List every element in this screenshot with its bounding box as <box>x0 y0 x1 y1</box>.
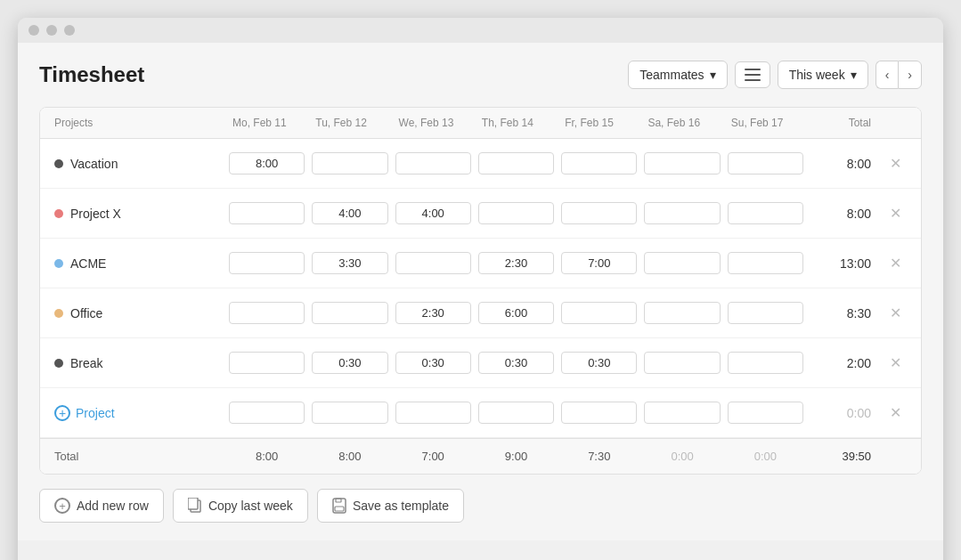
save-as-template-button[interactable]: Save as template <box>317 489 464 523</box>
teammates-label: Teammates <box>639 68 704 82</box>
office-fri[interactable] <box>561 302 637 324</box>
projectx-thu[interactable] <box>478 202 554 224</box>
traffic-light-minimize[interactable] <box>46 25 57 36</box>
add-project-row: + Project 0:00 ✕ <box>40 388 921 438</box>
col-sun: Su, Feb 17 <box>724 108 807 138</box>
acme-remove-button[interactable]: ✕ <box>890 256 901 271</box>
acme-sat[interactable] <box>644 252 720 274</box>
office-wed[interactable] <box>395 302 471 324</box>
list-icon <box>745 69 761 81</box>
office-thu[interactable] <box>478 302 554 324</box>
vacation-total: 8:00 <box>807 150 878 178</box>
vacation-mon[interactable] <box>229 152 305 174</box>
break-fri[interactable] <box>561 352 637 374</box>
svg-rect-0 <box>745 69 761 70</box>
total-sun: 0:00 <box>724 439 807 474</box>
copy-last-week-label: Copy last week <box>208 499 293 513</box>
office-remove-button[interactable]: ✕ <box>890 306 901 321</box>
projectx-fri[interactable] <box>561 202 637 224</box>
dot-break <box>54 359 63 368</box>
break-total: 2:00 <box>807 349 878 377</box>
total-thu: 9:00 <box>475 439 558 474</box>
acme-fri[interactable] <box>561 252 637 274</box>
timesheet-table: Projects Mo, Feb 11 Tu, Feb 12 We, Feb 1… <box>39 107 922 475</box>
vacation-remove-cell: ✕ <box>878 150 914 178</box>
vacation-wed[interactable] <box>395 152 471 174</box>
office-mon[interactable] <box>229 302 305 324</box>
projectx-remove-button[interactable]: ✕ <box>890 207 901 221</box>
break-thu[interactable] <box>478 352 554 374</box>
view-list-button[interactable] <box>735 61 770 88</box>
add-project-cell[interactable]: + Project <box>47 398 225 428</box>
project-projectx: Project X <box>47 199 225 228</box>
newproject-sun[interactable] <box>728 402 803 424</box>
break-sun[interactable] <box>728 352 803 374</box>
project-office: Office <box>47 299 225 328</box>
newproject-mon[interactable] <box>229 402 305 424</box>
break-remove-cell: ✕ <box>878 349 914 377</box>
break-remove-button[interactable]: ✕ <box>890 356 901 370</box>
vacation-thu[interactable] <box>478 152 554 174</box>
prev-week-button[interactable]: ‹ <box>875 61 899 89</box>
acme-remove-cell: ✕ <box>878 249 914 278</box>
dot-office <box>54 309 63 318</box>
newproject-remove-button[interactable]: ✕ <box>890 406 901 420</box>
col-tue: Tu, Feb 12 <box>308 108 391 138</box>
office-tue[interactable] <box>312 302 387 324</box>
col-actions <box>878 108 914 138</box>
col-mon: Mo, Feb 11 <box>225 108 308 138</box>
traffic-light-close[interactable] <box>29 25 39 36</box>
office-label: Office <box>70 306 102 321</box>
break-tue[interactable] <box>312 352 387 374</box>
header-controls: Teammates ▾ This week ▾ ‹ › <box>628 61 922 89</box>
copy-last-week-button[interactable]: Copy last week <box>173 489 308 523</box>
newproject-fri[interactable] <box>561 402 637 424</box>
teammates-dropdown[interactable]: Teammates ▾ <box>628 61 727 89</box>
app-content: Timesheet Teammates ▾ This week ▾ <box>18 43 943 540</box>
newproject-thu[interactable] <box>478 402 554 424</box>
vacation-tue[interactable] <box>312 152 387 174</box>
office-sat[interactable] <box>644 302 720 324</box>
newproject-wed[interactable] <box>395 402 471 424</box>
col-thu: Th, Feb 14 <box>475 108 558 138</box>
vacation-fri[interactable] <box>561 152 637 174</box>
vacation-sat[interactable] <box>644 152 720 174</box>
add-project-label: Project <box>76 406 115 420</box>
page-title: Timesheet <box>39 62 144 87</box>
vacation-label: Vacation <box>70 157 118 171</box>
newproject-tue[interactable] <box>312 402 387 424</box>
vacation-sun[interactable] <box>728 152 803 174</box>
svg-rect-4 <box>188 498 198 509</box>
titlebar <box>18 18 943 43</box>
teammates-chevron-icon: ▾ <box>710 68 716 82</box>
vacation-remove-button[interactable]: ✕ <box>890 157 901 171</box>
next-week-button[interactable]: › <box>898 61 922 89</box>
break-sat[interactable] <box>644 352 720 374</box>
acme-thu[interactable] <box>478 252 554 274</box>
acme-tue[interactable] <box>312 252 387 274</box>
newproject-total: 0:00 <box>807 399 878 427</box>
acme-wed[interactable] <box>395 252 471 274</box>
newproject-sat[interactable] <box>644 402 720 424</box>
total-mon: 8:00 <box>225 439 308 474</box>
projectx-sun[interactable] <box>728 202 803 224</box>
header: Timesheet Teammates ▾ This week ▾ <box>39 61 922 89</box>
break-mon[interactable] <box>229 352 305 374</box>
projectx-tue[interactable] <box>312 202 387 224</box>
projectx-mon[interactable] <box>229 202 305 224</box>
break-wed[interactable] <box>395 352 471 374</box>
office-total: 8:30 <box>807 299 878 328</box>
acme-sun[interactable] <box>728 252 803 274</box>
office-sun[interactable] <box>728 302 803 324</box>
projectx-wed[interactable] <box>395 202 471 224</box>
app-window: Timesheet Teammates ▾ This week ▾ <box>18 18 943 560</box>
totals-label: Total <box>47 439 225 474</box>
week-dropdown[interactable]: This week ▾ <box>778 61 868 89</box>
add-new-row-button[interactable]: + Add new row <box>39 489 164 523</box>
acme-mon[interactable] <box>229 252 305 274</box>
projectx-sat[interactable] <box>644 202 720 224</box>
totals-row: Total 8:00 8:00 7:00 9:00 7:30 0:00 0:00… <box>40 438 921 474</box>
totals-spacer <box>878 439 914 474</box>
traffic-light-maximize[interactable] <box>64 25 75 36</box>
dot-vacation <box>54 159 63 168</box>
